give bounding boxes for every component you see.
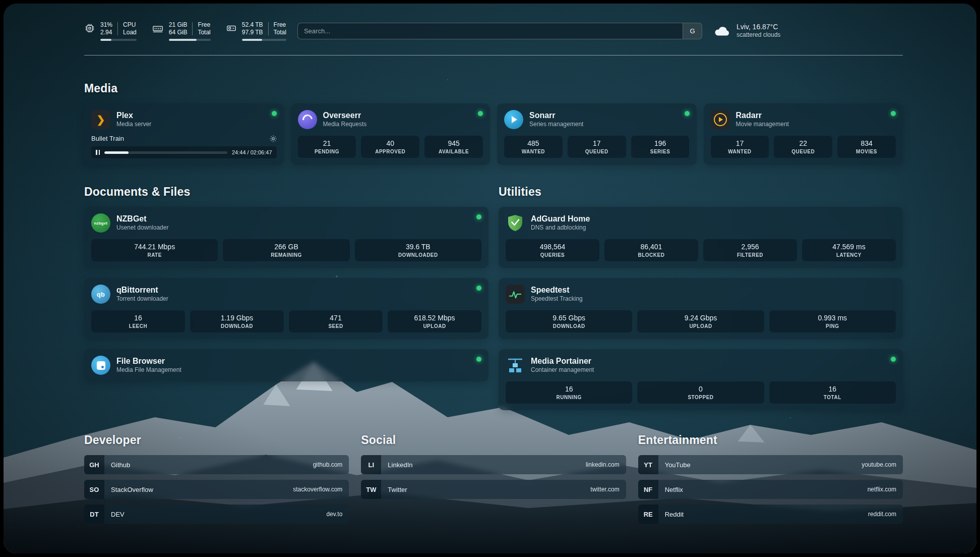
memory-metric: 21 GiB 64 GiB Free Total: [152, 21, 211, 41]
service-subtitle: Container management: [531, 366, 594, 374]
stat-upload: 618.52 Mbps UPLOAD: [388, 310, 481, 332]
bookmark-abbr: SO: [84, 480, 104, 499]
overseerr-icon: [298, 110, 317, 129]
bookmark-url: dev.to: [327, 505, 349, 524]
memory-free: 21 GiB: [169, 21, 188, 29]
service-title: Speedtest: [531, 285, 583, 295]
stat-pending: 21 PENDING: [298, 136, 356, 158]
service-subtitle: Media server: [116, 121, 151, 129]
service-subtitle: DNS and adblocking: [531, 224, 590, 232]
card-portainer[interactable]: Media Portainer Container management 16 …: [499, 349, 903, 410]
stat-downloaded: 39.6 TB DOWNLOADED: [355, 239, 481, 261]
pause-button[interactable]: [96, 150, 100, 155]
bookmark-youtube[interactable]: YT YouTube youtube.com: [638, 455, 903, 474]
cpu-icon: [84, 23, 95, 34]
disk-free: 52.4 TB: [242, 21, 263, 29]
top-bar: 31% 2.94 CPU Load: [84, 19, 903, 43]
section-title-social: Social: [361, 433, 626, 447]
card-sonarr[interactable]: Sonarr Series management 485 WANTED 17 Q…: [497, 103, 697, 165]
bookmark-name: Reddit: [658, 505, 868, 524]
portainer-icon: [506, 356, 525, 375]
bookmark-name: Netflix: [658, 480, 868, 499]
stat-stopped: 0 STOPPED: [637, 381, 764, 404]
nzbget-icon: nzbget: [91, 213, 110, 233]
snow-particles: [4, 4, 5, 5]
stat-available: 945 AVAILABLE: [424, 136, 483, 158]
service-subtitle: Series management: [529, 121, 583, 129]
stat-seed: 471 SEED: [289, 310, 383, 332]
search-engine-button[interactable]: G: [683, 23, 702, 39]
card-filebrowser[interactable]: File Browser Media File Management: [84, 349, 488, 381]
service-title: Plex: [116, 110, 151, 121]
bookmark-linkedin[interactable]: LI LinkedIn linkedin.com: [361, 455, 626, 474]
search-input[interactable]: [298, 23, 683, 39]
card-speedtest[interactable]: Speedtest Speedtest Tracking 9.65 Gbps D…: [499, 278, 903, 339]
stat-approved: 40 APPROVED: [361, 136, 419, 158]
bookmark-abbr: YT: [638, 455, 658, 474]
stat-series: 196 SERIES: [631, 136, 690, 158]
stat-remaining: 266 GB REMAINING: [223, 239, 349, 261]
card-radarr[interactable]: Radarr Movie management 17 WANTED 22 QUE…: [704, 103, 903, 165]
stat-queries: 498,564 QUERIES: [506, 239, 599, 261]
stat-total: 16 TOTAL: [769, 381, 896, 404]
metric-divider: [117, 22, 118, 35]
card-overseerr[interactable]: Overseerr Media Requests 21 PENDING 40 A…: [291, 103, 491, 165]
bookmark-netflix[interactable]: NF Netflix netflix.com: [638, 480, 903, 499]
stat-queued: 17 QUEUED: [568, 136, 626, 158]
card-nzbget[interactable]: nzbget NZBGet Usenet downloader 744.21 M…: [84, 207, 488, 268]
section-title-media: Media: [84, 82, 903, 95]
section-title-entertainment: Entertainment: [638, 433, 903, 447]
bookmark-abbr: NF: [638, 480, 658, 499]
disk-label-bottom: Total: [274, 29, 286, 36]
service-subtitle: Torrent downloader: [116, 295, 168, 303]
system-metrics: 31% 2.94 CPU Load: [84, 21, 286, 41]
bookmark-twitter[interactable]: TW Twitter twitter.com: [361, 480, 626, 499]
metric-divider: [268, 22, 269, 35]
bookmark-url: reddit.com: [868, 505, 903, 524]
bookmark-name: LinkedIn: [381, 455, 586, 474]
service-title: Overseerr: [323, 110, 367, 121]
service-title: Sonarr: [529, 110, 583, 121]
bookmark-url: stackoverflow.com: [293, 480, 349, 499]
bookmark-stackoverflow[interactable]: SO StackOverflow stackoverflow.com: [84, 480, 349, 499]
service-subtitle: Speedtest Tracking: [531, 295, 583, 303]
stat-latency: 47.569 ms LATENCY: [802, 239, 896, 261]
cpu-progress-bar: [100, 39, 137, 41]
stat-leech: 16 LEECH: [91, 310, 185, 332]
card-plex[interactable]: ❯ Plex Media server Bullet Train: [84, 103, 284, 165]
bookmark-github[interactable]: GH Github github.com: [84, 455, 349, 474]
disk-icon: [226, 23, 237, 34]
header-divider: [84, 55, 903, 55]
cpu-label-top: CPU: [123, 21, 137, 29]
disk-progress-bar: [242, 39, 286, 41]
bookmark-abbr: DT: [84, 505, 104, 524]
plex-icon: ❯: [91, 110, 110, 129]
playback-time: 24:44 / 02:06:47: [232, 149, 272, 155]
bookmark-reddit[interactable]: RE Reddit reddit.com: [638, 505, 903, 524]
status-dot: [891, 357, 896, 362]
weather-widget: Lviv, 16.87°C scattered clouds: [713, 22, 780, 39]
cpu-label-bottom: Load: [123, 29, 137, 36]
service-subtitle: Movie management: [736, 121, 789, 129]
disk-label-top: Free: [274, 21, 286, 29]
stat-rate: 744.21 Mbps RATE: [91, 239, 218, 261]
weather-location: Lviv, 16.87°C: [737, 22, 780, 31]
status-dot: [476, 214, 481, 219]
gear-icon[interactable]: [270, 135, 277, 142]
memory-progress-bar: [169, 39, 211, 41]
plex-now-playing: Bullet Train: [91, 135, 277, 158]
service-title: qBittorrent: [116, 285, 168, 295]
bookmark-dev[interactable]: DT DEV dev.to: [84, 505, 349, 524]
status-dot: [685, 111, 690, 116]
status-dot: [476, 286, 481, 291]
bookmark-abbr: RE: [638, 505, 658, 524]
card-qbittorrent[interactable]: qb qBittorrent Torrent downloader 16 LEE…: [84, 278, 488, 339]
card-adguard[interactable]: AdGuard Home DNS and adblocking 498,564 …: [499, 207, 903, 268]
bookmark-url: twitter.com: [590, 480, 626, 499]
search-bar[interactable]: G: [297, 23, 702, 39]
stat-running: 16 RUNNING: [506, 381, 632, 404]
playback-progress[interactable]: [104, 151, 227, 154]
cpu-load: 2.94: [100, 29, 112, 36]
section-developer: Developer GH Github github.com SO StackO…: [84, 433, 349, 529]
dashboard-window: 31% 2.94 CPU Load: [4, 4, 976, 553]
